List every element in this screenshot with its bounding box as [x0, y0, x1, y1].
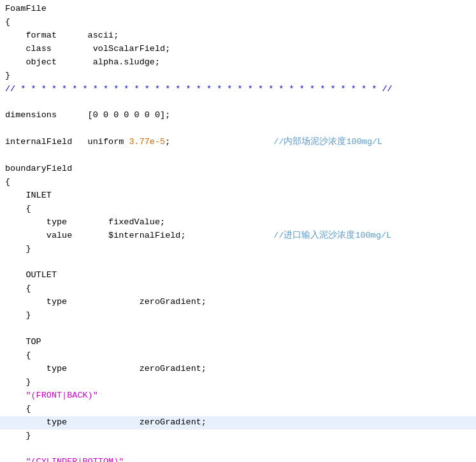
code-line: {: [0, 176, 476, 189]
code-line: }: [0, 69, 476, 83]
code-line: [0, 149, 476, 162]
code-line: {: [0, 403, 476, 416]
code-line: [0, 322, 476, 336]
code-line: }: [0, 309, 476, 322]
code-line: "(FRONT|BACK)": [0, 389, 476, 403]
code-line: {: [0, 16, 476, 29]
code-line: object alpha.sludge;: [0, 56, 476, 69]
code-line: [0, 122, 476, 136]
code-line: FoamFile: [0, 3, 476, 16]
code-editor: FoamFile{ format ascii; class volScalarF…: [0, 0, 476, 462]
code-line: TOP: [0, 336, 476, 349]
code-line: dimensions [0 0 0 0 0 0 0];: [0, 109, 476, 122]
code-line: [0, 256, 476, 270]
code-line: }: [0, 243, 476, 256]
code-line: internalField uniform 3.77e-5; //内部场泥沙浓度…: [0, 136, 476, 149]
code-line: // * * * * * * * * * * * * * * * * * * *…: [0, 83, 476, 96]
code-line: type zeroGradient;: [0, 296, 476, 309]
code-line: [0, 442, 476, 456]
code-line: {: [0, 203, 476, 216]
code-line: }: [0, 430, 476, 443]
code-line: class volScalarField;: [0, 43, 476, 56]
code-line: OUTLET: [0, 269, 476, 282]
code-line: [0, 96, 476, 109]
code-line: "(CYLINDER|BOTTOM)": [0, 456, 476, 462]
code-line: boundaryField: [0, 162, 476, 176]
code-line: format ascii;: [0, 29, 476, 43]
code-line: {: [0, 349, 476, 363]
code-line: type fixedValue;: [0, 216, 476, 229]
code-line: value $internalField; //进口输入泥沙浓度100mg/L: [0, 229, 476, 243]
code-line: type zeroGradient;: [0, 416, 476, 430]
code-line: {: [0, 282, 476, 296]
code-line: type zeroGradient;: [0, 363, 476, 376]
code-line: INLET: [0, 189, 476, 203]
code-line: }: [0, 376, 476, 389]
